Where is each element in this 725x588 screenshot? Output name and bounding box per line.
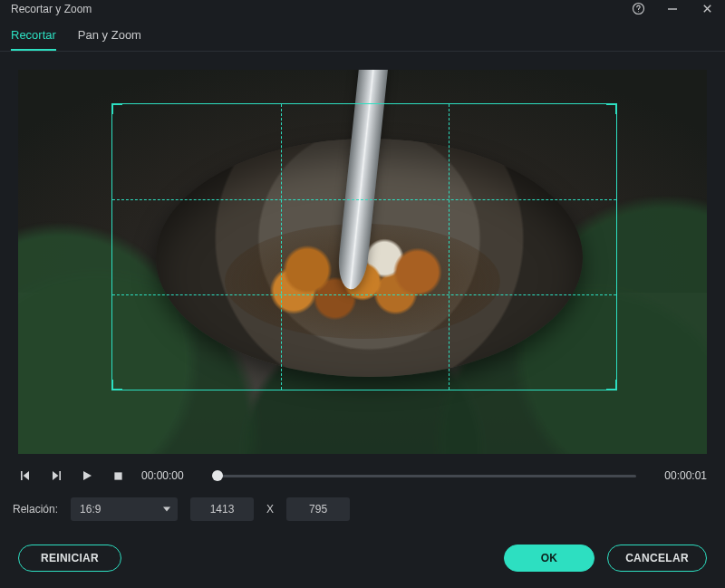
width-input[interactable]	[190, 497, 254, 521]
stop-icon[interactable]	[111, 468, 125, 483]
close-icon[interactable]	[700, 2, 714, 16]
grid-line	[112, 294, 616, 295]
crop-handle-bottom-right[interactable]	[606, 380, 617, 390]
transport-bar: 00:00:00 00:00:01	[0, 463, 725, 494]
next-frame-icon[interactable]	[49, 468, 63, 483]
svg-rect-8	[59, 471, 61, 480]
svg-rect-5	[21, 471, 23, 480]
grid-line	[449, 104, 450, 390]
crop-handle-top-left[interactable]	[111, 103, 122, 114]
dimension-separator: X	[266, 503, 274, 516]
svg-point-1	[637, 11, 638, 12]
ratio-label: Relación:	[13, 503, 58, 516]
tabs: Recortar Pan y Zoom	[0, 17, 725, 52]
timeline-thumb[interactable]	[212, 470, 223, 481]
current-time: 00:00:00	[141, 469, 196, 482]
ok-button[interactable]: OK	[504, 545, 594, 572]
titlebar: Recortar y Zoom	[0, 0, 725, 17]
cancel-button[interactable]: CANCELAR	[607, 545, 707, 572]
chevron-down-icon	[163, 507, 170, 512]
crop-handle-bottom-left[interactable]	[111, 380, 122, 390]
crop-frame[interactable]	[111, 103, 617, 390]
tab-crop[interactable]: Recortar	[11, 23, 56, 51]
timeline-track	[212, 475, 636, 477]
svg-marker-7	[53, 471, 58, 480]
minimize-icon[interactable]	[665, 2, 680, 16]
svg-marker-9	[83, 471, 92, 480]
window-controls	[631, 2, 714, 16]
aspect-ratio-select[interactable]: 16:9	[71, 497, 178, 521]
timeline[interactable]	[212, 469, 636, 482]
svg-rect-10	[114, 472, 121, 479]
grid-line	[112, 199, 616, 200]
preview-container	[0, 52, 725, 463]
video-preview[interactable]	[18, 70, 707, 454]
tab-pan-zoom[interactable]: Pan y Zoom	[78, 23, 141, 51]
crop-handle-top-right[interactable]	[606, 103, 617, 114]
aspect-ratio-value: 16:9	[80, 503, 101, 516]
height-input[interactable]	[286, 497, 350, 521]
window-title: Recortar y Zoom	[11, 3, 631, 15]
svg-marker-6	[24, 471, 29, 480]
grid-line	[281, 104, 282, 390]
end-time: 00:00:01	[652, 469, 707, 482]
play-icon[interactable]	[80, 468, 94, 483]
footer: REINICIAR OK CANCELAR	[0, 530, 725, 588]
prev-frame-icon[interactable]	[18, 468, 33, 483]
ratio-row: Relación: 16:9 X	[0, 494, 725, 530]
help-icon[interactable]	[631, 2, 645, 16]
reset-button[interactable]: REINICIAR	[18, 545, 121, 572]
